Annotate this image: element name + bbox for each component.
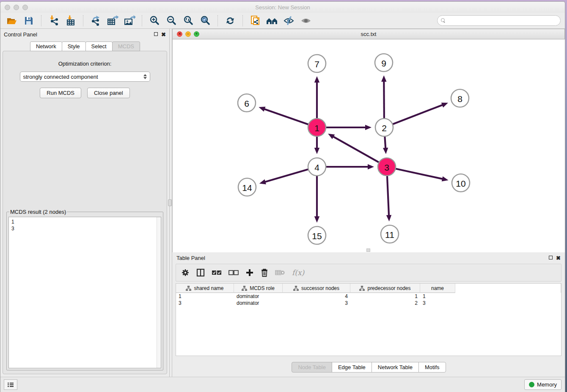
columns-icon[interactable] xyxy=(196,268,205,277)
tab-edge-table[interactable]: Edge Table xyxy=(332,362,372,373)
node-label-3: 3 xyxy=(384,163,389,172)
edge-2-9[interactable] xyxy=(384,81,384,119)
divider-grip[interactable] xyxy=(168,199,172,206)
column-header-mcds-role[interactable]: MCDS role xyxy=(234,284,283,293)
column-label: successor nodes xyxy=(301,285,339,291)
run-mcds-button[interactable]: Run MCDS xyxy=(40,88,81,98)
export-network-icon[interactable] xyxy=(88,14,103,27)
header-filler xyxy=(455,284,561,293)
dropdown-stepper-icon xyxy=(143,74,147,79)
cell-0-4[interactable]: 1 xyxy=(420,293,455,300)
node-label-10: 10 xyxy=(456,179,465,188)
dropdown-value: strongly connected component xyxy=(23,74,98,80)
table-row[interactable]: 3dominator323 xyxy=(176,300,561,306)
window-title: Session: New Session xyxy=(0,4,565,11)
edge-3-1[interactable] xyxy=(333,136,380,163)
column-header-name[interactable]: name xyxy=(420,284,455,293)
column-type-icon xyxy=(242,286,247,291)
edge-2-8[interactable] xyxy=(392,105,443,124)
search-input[interactable] xyxy=(448,18,557,24)
close-panel-icon[interactable]: ✖ xyxy=(161,32,166,37)
result-scrollbar[interactable] xyxy=(157,217,161,368)
cell-0-0[interactable]: 1 xyxy=(176,293,234,300)
export-table-icon[interactable] xyxy=(105,14,120,27)
arrowhead-2-8 xyxy=(441,102,448,108)
node-label-11: 11 xyxy=(385,230,394,240)
close-panel-button[interactable]: Close panel xyxy=(87,88,130,98)
column-header-shared-name[interactable]: shared name xyxy=(176,284,234,293)
cell-0-1[interactable]: dominator xyxy=(234,293,283,300)
optimization-criterion-dropdown[interactable]: strongly connected component xyxy=(20,72,150,82)
delete-table-icon[interactable] xyxy=(275,269,285,276)
arrowhead-2-9 xyxy=(381,75,386,82)
clone-network-icon[interactable] xyxy=(248,14,262,27)
horizontal-scrollbar-thumb[interactable] xyxy=(366,248,370,252)
table-toolbar: f(x) xyxy=(176,264,561,282)
deselect-all-icon[interactable] xyxy=(228,270,239,276)
mcds-result-title: MCDS result (2 nodes) xyxy=(9,209,67,215)
node-table[interactable]: shared name MCDS role successor nodes pr… xyxy=(176,283,561,356)
node-label-7: 7 xyxy=(314,59,319,69)
cell-1-3[interactable]: 2 xyxy=(350,300,420,306)
cell-0-2[interactable]: 4 xyxy=(283,293,350,300)
close-table-panel-icon[interactable]: ✖ xyxy=(556,255,561,261)
edge-2-3[interactable] xyxy=(385,135,385,149)
zoom-in-icon[interactable] xyxy=(147,14,162,27)
memory-button[interactable]: Memory xyxy=(524,379,561,390)
arrowhead-2-3 xyxy=(383,148,388,154)
tab-style[interactable]: Style xyxy=(62,41,86,51)
edge-1-6[interactable] xyxy=(264,109,309,125)
network-graph[interactable]: 7968124314101511 xyxy=(173,39,563,252)
cell-1-0[interactable]: 3 xyxy=(176,300,234,306)
edge-3-11[interactable] xyxy=(387,175,389,216)
float-table-panel-icon[interactable] xyxy=(549,255,553,260)
window-titlebar: Session: New Session xyxy=(0,2,565,13)
function-builder-icon[interactable]: f(x) xyxy=(292,268,304,277)
save-session-icon[interactable] xyxy=(22,14,36,27)
list-icon xyxy=(7,382,14,388)
cell-1-4[interactable]: 3 xyxy=(420,300,455,306)
export-image-icon[interactable] xyxy=(122,14,137,27)
tab-select[interactable]: Select xyxy=(85,41,113,51)
zoom-fit-icon[interactable] xyxy=(181,14,195,27)
cell-1-2[interactable]: 3 xyxy=(283,300,350,306)
tab-network-table[interactable]: Network Table xyxy=(372,362,419,373)
search-field[interactable] xyxy=(437,15,561,26)
float-panel-icon[interactable] xyxy=(154,32,158,37)
tab-motifs[interactable]: Motifs xyxy=(418,362,446,373)
tab-node-table[interactable]: Node Table xyxy=(292,362,332,373)
tab-network[interactable]: Network xyxy=(30,41,62,51)
network-canvas[interactable]: 7968124314101511 xyxy=(172,39,565,252)
show-all-icon[interactable] xyxy=(299,14,313,27)
delete-column-icon[interactable] xyxy=(261,268,268,277)
zoom-selected-icon[interactable] xyxy=(198,14,212,27)
application-window: Session: New Session xyxy=(0,1,565,392)
column-header-predecessor-nodes[interactable]: predecessor nodes xyxy=(350,284,420,293)
node-label-2: 2 xyxy=(382,123,387,133)
hide-selected-icon[interactable] xyxy=(282,14,296,27)
table-panel: Table Panel ✖ xyxy=(172,252,565,377)
search-icon xyxy=(441,18,446,23)
column-header-successor-nodes[interactable]: successor nodes xyxy=(283,284,350,293)
gear-icon[interactable] xyxy=(181,268,190,277)
task-history-button[interactable] xyxy=(4,379,17,390)
import-network-icon[interactable] xyxy=(47,14,61,27)
open-session-icon[interactable] xyxy=(5,14,19,27)
mcds-result-box[interactable]: 1 3 xyxy=(8,217,161,368)
first-neighbors-icon[interactable] xyxy=(265,14,279,27)
arrowhead-4-15 xyxy=(314,216,319,223)
panel-divider[interactable] xyxy=(169,29,172,377)
cell-0-3[interactable]: 1 xyxy=(350,293,420,300)
tab-mcds[interactable]: MCDS xyxy=(112,41,140,51)
zoom-out-icon[interactable] xyxy=(164,14,179,27)
cell-1-1[interactable]: dominator xyxy=(234,300,283,306)
table-row[interactable]: 1dominator411 xyxy=(176,293,561,300)
node-label-4: 4 xyxy=(314,163,319,172)
edge-4-14[interactable] xyxy=(264,169,309,182)
select-all-icon[interactable] xyxy=(212,270,222,276)
import-table-icon[interactable] xyxy=(63,14,78,27)
edge-3-10[interactable] xyxy=(395,168,443,179)
column-label: predecessor nodes xyxy=(367,285,410,291)
add-column-icon[interactable] xyxy=(245,268,254,277)
refresh-layout-icon[interactable] xyxy=(223,14,237,27)
